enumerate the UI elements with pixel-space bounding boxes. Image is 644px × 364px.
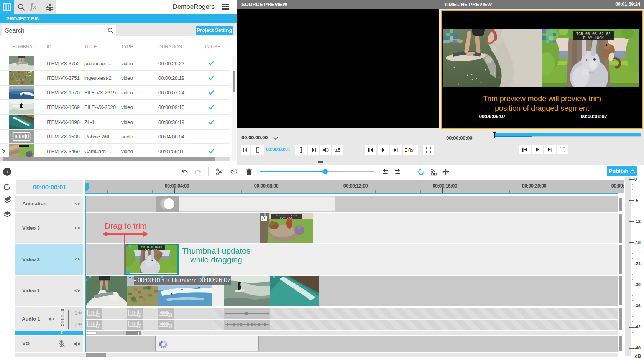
svg-text:PLAY LOCK: PLAY LOCK (280, 217, 293, 219)
svg-text:PLAY LOCK: PLAY LOCK (583, 36, 604, 40)
svg-text:?: ? (169, 325, 171, 328)
svg-text:?: ? (138, 325, 140, 328)
svg-text:?: ? (97, 325, 99, 328)
svg-text:?: ? (169, 314, 171, 317)
svg-text:0x: 0x (408, 147, 414, 153)
svg-text:TCR 00:03:02:02: TCR 00:03:02:02 (576, 32, 611, 36)
svg-text:?: ? (138, 314, 140, 317)
svg-text:?: ? (97, 314, 99, 317)
svg-text:?: ? (235, 168, 238, 172)
svg-text:PLAY LOCK: PLAY LOCK (145, 248, 158, 251)
